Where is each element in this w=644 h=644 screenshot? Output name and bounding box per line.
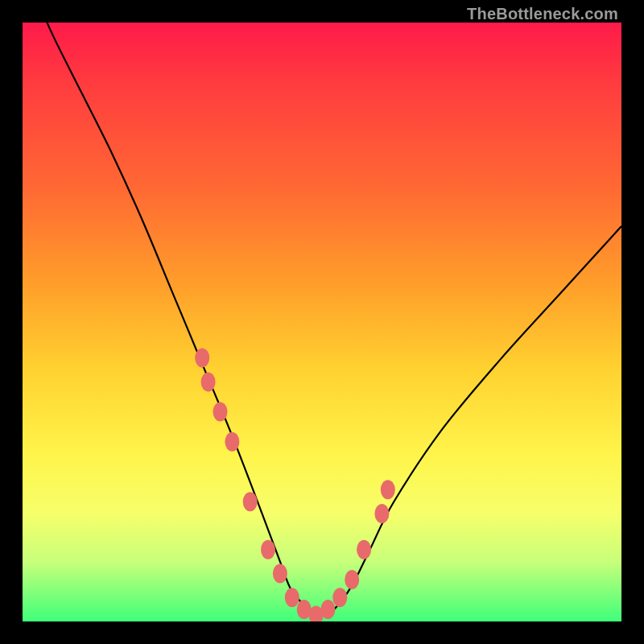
highlighted-point: [332, 588, 347, 607]
watermark-text: TheBottleneck.com: [467, 5, 618, 23]
highlighted-point: [261, 540, 275, 559]
highlighted-point: [195, 349, 209, 368]
highlighted-point: [320, 600, 335, 619]
highlighted-points-group: [195, 349, 395, 621]
highlighted-point: [213, 402, 228, 422]
highlighted-point: [285, 588, 299, 607]
highlighted-point: [273, 564, 287, 584]
bottleneck-curve: [35, 23, 621, 616]
highlighted-point: [225, 432, 239, 452]
highlighted-point: [374, 504, 389, 523]
highlighted-point: [345, 570, 359, 589]
chart-container: TheBottleneck.com: [0, 0, 644, 644]
highlighted-point: [243, 492, 258, 511]
highlighted-point: [381, 480, 395, 499]
chart-overlay: [23, 23, 621, 621]
highlighted-point: [357, 540, 371, 559]
highlighted-point: [201, 372, 216, 391]
